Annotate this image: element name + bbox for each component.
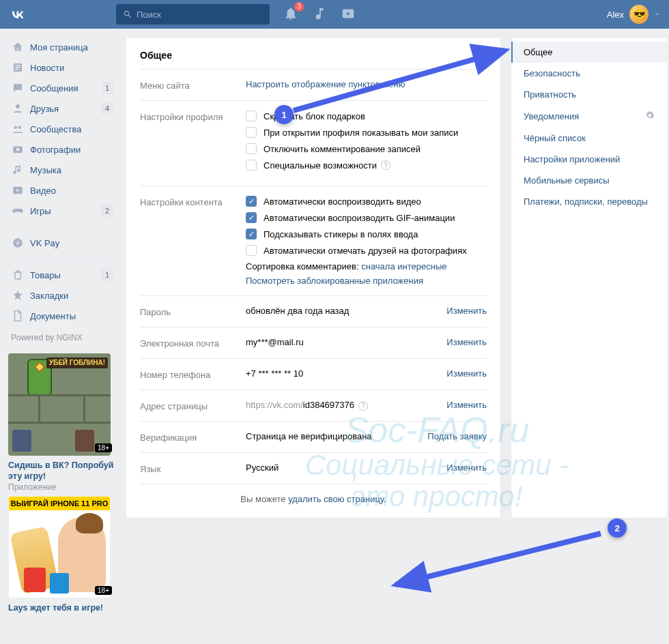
sidebar-item-video[interactable]: Видео (8, 180, 116, 201)
sidebar-item-msg[interactable]: Сообщения1 (8, 78, 116, 98)
avatar: 😎 (629, 5, 649, 24)
help-icon[interactable]: ? (358, 401, 368, 411)
checkbox-row: При открытии профиля показывать мои запи… (246, 127, 487, 138)
sort-link[interactable]: сначала интересные (361, 261, 446, 272)
settings-nav-item[interactable]: Уведомления (511, 105, 667, 128)
checkbox[interactable] (246, 143, 257, 154)
field-action-link[interactable]: Изменить (446, 463, 487, 473)
user-menu[interactable]: Alex 😎 (607, 5, 661, 24)
checkbox-label: Специальные возможности (264, 160, 377, 171)
row-content-settings: Настройки контента Автоматически воспрои… (140, 186, 487, 295)
photo-icon (11, 143, 25, 156)
delete-page-link[interactable]: удалить свою страницу. (288, 494, 386, 504)
sidebar-item-label: Друзья (30, 104, 59, 114)
sidebar-counter: 2 (101, 205, 113, 217)
checkbox-label: Автоматически воспроизводить видео (264, 196, 421, 207)
msg-icon (11, 81, 25, 95)
settings-nav-item[interactable]: Приватность (511, 84, 667, 105)
settings-nav-label: Приватность (524, 89, 576, 100)
sidebar-item-photo[interactable]: Фотографии (8, 139, 116, 160)
checkbox[interactable] (246, 229, 257, 239)
ad-card-2[interactable]: ВЫИГРАЙ IPHONE 11 PRO 18+ Lays ждет тебя… (8, 496, 116, 613)
checkbox[interactable] (246, 111, 257, 121)
sidebar-item-news[interactable]: Новости (8, 57, 116, 78)
field-value: Русский (246, 463, 446, 473)
svg-text:₽: ₽ (16, 240, 20, 246)
sidebar-item-label: VK Pay (30, 238, 59, 248)
home-icon (11, 40, 25, 54)
news-icon (11, 61, 25, 74)
checkbox[interactable] (246, 245, 257, 256)
annotation-arrow-2 (382, 527, 614, 595)
settings-nav-item[interactable]: Платежи, подписки, переводы (511, 191, 667, 212)
sidebar-item-market[interactable]: Товары1 (8, 265, 116, 285)
settings-nav-label: Уведомления (524, 111, 579, 121)
sidebar-item-label: Сообщения (30, 83, 79, 93)
blocked-apps-link[interactable]: Посмотреть заблокированные приложения (246, 276, 423, 286)
pay-icon: ₽ (11, 236, 25, 250)
sidebar-item-fav[interactable]: Закладки (8, 285, 116, 306)
settings-nav-item[interactable]: Безопасность (511, 63, 667, 84)
friends-icon (11, 102, 25, 115)
settings-nav-label: Чёрный список (524, 133, 586, 143)
sidebar-item-games[interactable]: Игры2 (8, 201, 116, 221)
svg-point-7 (18, 126, 22, 130)
settings-nav-item[interactable]: Мобильные сервисы (511, 170, 667, 191)
field-row: Парольобновлён два года назадИзменить (140, 295, 487, 327)
delete-page-note: Вы можете удалить свою страницу. (140, 484, 487, 504)
sidebar-item-label: Сообщества (30, 124, 82, 134)
sidebar-counter: 4 (101, 102, 113, 115)
row-site-menu: Меню сайта Настроить отображение пунктов… (140, 69, 487, 100)
gear-icon[interactable] (645, 111, 655, 122)
sidebar-item-music[interactable]: Музыка (8, 160, 116, 180)
sidebar-item-label: Моя страница (30, 42, 88, 53)
checkbox-label: Автоматически отмечать друзей на фотогра… (264, 246, 467, 256)
annotation-marker-2: 2 (608, 518, 627, 538)
svg-rect-4 (15, 69, 18, 70)
music-icon (11, 163, 25, 177)
top-icons: 3 (283, 6, 356, 23)
settings-nav-item[interactable]: Настройки приложений (511, 149, 667, 170)
sidebar-item-groups[interactable]: Сообщества (8, 119, 116, 139)
sidebar-item-label: Документы (30, 311, 76, 321)
settings-nav-label: Мобильные сервисы (524, 175, 610, 186)
settings-nav-label: Общее (524, 47, 553, 57)
checkbox-row: Подсказывать стикеры в полях ввода (246, 229, 487, 239)
username: Alex (607, 10, 624, 20)
field-value: Страница не верифицирована (246, 431, 427, 441)
settings-nav-item[interactable]: Чёрный список (511, 128, 667, 149)
chevron-down-icon (654, 11, 661, 18)
field-action-link[interactable]: Изменить (446, 306, 487, 316)
sidebar-item-label: Фотографии (30, 145, 81, 155)
checkbox[interactable] (246, 160, 257, 171)
search-box[interactable] (116, 4, 270, 25)
notifications-icon[interactable]: 3 (283, 6, 298, 23)
checkbox[interactable] (246, 196, 257, 207)
svg-point-5 (16, 104, 20, 108)
settings-nav-item[interactable]: Общее (511, 42, 667, 63)
ad-card-1[interactable]: УБЕЙ ГОБЛИНА! 18+ Сидишь в ВК? Попробуй … (8, 353, 116, 492)
field-action-link[interactable]: Изменить (446, 337, 487, 347)
sidebar-item-friends[interactable]: Друзья4 (8, 98, 116, 119)
vk-logo[interactable] (8, 5, 27, 24)
video-icon[interactable] (341, 6, 356, 23)
sidebar-item-docs[interactable]: Документы (8, 306, 116, 326)
sidebar-item-home[interactable]: Моя страница (8, 37, 116, 57)
sidebar-item-pay[interactable]: ₽VK Pay (8, 233, 116, 253)
field-action-link[interactable]: Подать заявку (427, 431, 487, 441)
field-action-link[interactable]: Изменить (446, 368, 487, 379)
help-icon[interactable]: ? (381, 160, 390, 170)
field-action-link[interactable]: Изменить (446, 400, 487, 410)
field-value: обновлён два года назад (246, 306, 446, 316)
checkbox-row: Специальные возможности? (246, 160, 487, 171)
checkbox[interactable] (246, 212, 257, 223)
field-row: Номер телефона+7 *** *** ** 10Изменить (140, 358, 487, 390)
music-icon[interactable] (312, 6, 327, 23)
svg-rect-3 (15, 67, 20, 68)
field-row: Электронная почтаmy***@mail.ruИзменить (140, 327, 487, 358)
checkbox-label: При открытии профиля показывать мои запи… (264, 128, 458, 138)
search-input[interactable] (137, 10, 263, 20)
checkbox-label: Отключить комментирование записей (264, 144, 421, 154)
configure-menu-link[interactable]: Настроить отображение пунктов меню (246, 79, 405, 89)
checkbox[interactable] (246, 127, 257, 138)
